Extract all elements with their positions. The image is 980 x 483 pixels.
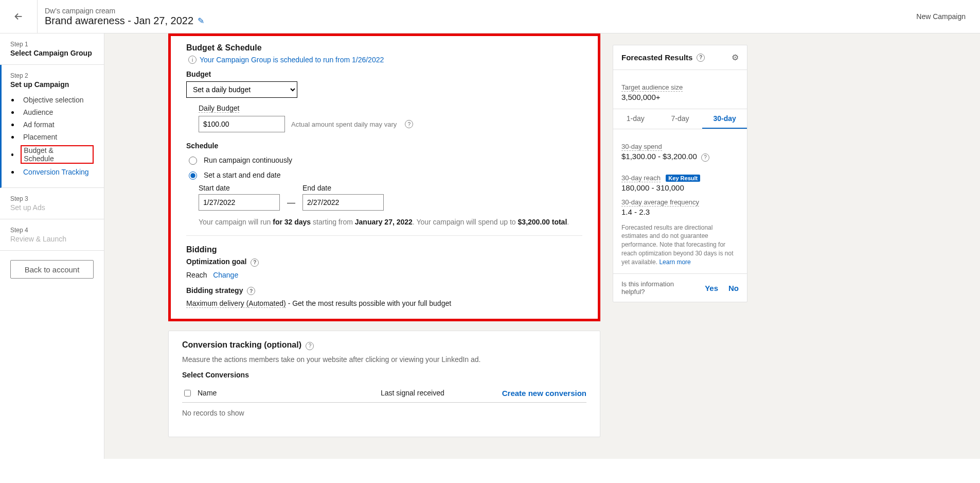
freq-label: 30-day average frequency [621, 198, 699, 206]
schedule-summary: Your campaign will run for 32 days start… [199, 218, 582, 226]
conversion-heading: Conversion tracking (optional) [182, 340, 301, 349]
schedule-label: Schedule [186, 142, 582, 150]
end-date-input[interactable] [302, 194, 384, 211]
radio-continuous[interactable]: Run campaign continuously [186, 155, 582, 165]
topbar-titles: Dw's campaign cream Brand awareness - Ja… [38, 4, 916, 30]
sidebar-item-adformat[interactable]: Ad format [10, 118, 94, 131]
start-date-label: Start date [199, 184, 280, 192]
group-schedule-info: i Your Campaign Group is scheduled to ru… [186, 56, 582, 64]
optimization-goal-label: Optimization goal [186, 257, 246, 266]
help-icon[interactable]: ? [306, 342, 314, 350]
pencil-edit-icon[interactable]: ✎ [198, 16, 204, 26]
key-result-badge: Key Result [666, 175, 700, 182]
arrow-left-icon [13, 11, 24, 22]
date-range-dash: — [287, 198, 295, 211]
budget-schedule-heading: Budget & Schedule [186, 43, 582, 53]
sidebar: Step 1 Select Campaign Group Step 2 Set … [0, 33, 104, 459]
create-conversion-link[interactable]: Create new conversion [494, 389, 586, 398]
bidding-strategy-label: Bidding strategy [186, 286, 243, 295]
reach-label: 30-day reach [621, 174, 661, 182]
col-name-header: Name [198, 389, 217, 397]
back-to-account-button[interactable]: Back to account [10, 260, 94, 279]
daily-budget-input[interactable] [199, 116, 285, 132]
spend-label: 30-day spend [621, 143, 662, 151]
bidding-strategy-value: Maximum delivery (Automated) [186, 299, 286, 308]
tab-1day[interactable]: 1-day [613, 109, 658, 129]
select-conversions-label: Select Conversions [182, 371, 586, 379]
canvas: Budget & Schedule i Your Campaign Group … [104, 33, 980, 459]
no-records: No records to show [182, 403, 586, 423]
step-1[interactable]: Step 1 Select Campaign Group [0, 33, 104, 65]
help-icon[interactable]: ? [251, 258, 259, 267]
sidebar-item-conversion-tracking[interactable]: Conversion Tracking [10, 166, 94, 178]
select-all-checkbox[interactable] [184, 390, 191, 396]
sidebar-item-audience[interactable]: Audience [10, 106, 94, 118]
radio-start-end[interactable]: Set a start and end date [186, 170, 582, 180]
step-2-title: Set up Campaign [10, 80, 94, 89]
step-4-title: Review & Launch [10, 235, 94, 243]
help-icon[interactable]: ? [247, 287, 255, 295]
start-date-input[interactable] [199, 194, 280, 211]
optimization-goal-value: Reach [186, 271, 207, 279]
tab-7day[interactable]: 7-day [658, 109, 703, 129]
sidebar-item-objective[interactable]: Objective selection [10, 94, 94, 106]
gear-icon[interactable]: ⚙ [732, 53, 739, 62]
daily-budget-hint: Actual amount spent daily may vary [291, 120, 397, 128]
help-icon[interactable]: ? [697, 54, 705, 62]
new-campaign-label: New Campaign [916, 12, 980, 21]
forecast-panel: Forecasted Results ? ⚙ Target audience s… [613, 45, 747, 302]
tab-30day[interactable]: 30-day [702, 109, 747, 129]
step-4[interactable]: Step 4 Review & Launch [0, 219, 104, 251]
end-date-label: End date [302, 184, 384, 192]
step-4-num: Step 4 [10, 227, 94, 234]
back-arrow-button[interactable] [0, 0, 38, 33]
step-3[interactable]: Step 3 Set up Ads [0, 188, 104, 219]
step-2-num: Step 2 [10, 72, 94, 79]
step-3-title: Set up Ads [10, 203, 94, 212]
bidding-strategy-desc: - Get the most results possible with you… [288, 299, 451, 307]
help-icon[interactable]: ? [405, 120, 413, 128]
daily-budget-label: Daily Budget [199, 104, 239, 113]
change-goal-link[interactable]: Change [213, 271, 238, 279]
forecast-title: Forecasted Results [621, 53, 692, 62]
campaign-title: Brand awareness - Jan 27, 2022 [45, 15, 193, 27]
help-icon[interactable]: ? [701, 153, 709, 162]
info-icon: i [188, 56, 197, 64]
feedback-question: Is this information helpful? [621, 280, 683, 296]
step-2: Step 2 Set up Campaign Objective selecti… [0, 65, 104, 188]
campaign-group-name: Dw's campaign cream [45, 7, 909, 15]
audience-size-label: Target audience size [621, 83, 683, 92]
step-1-title: Select Campaign Group [10, 49, 94, 57]
freq-value: 1.4 - 2.3 [621, 208, 739, 216]
forecast-note: Forecasted results are directional estim… [621, 223, 739, 267]
step-1-num: Step 1 [10, 41, 94, 48]
topbar: Dw's campaign cream Brand awareness - Ja… [0, 0, 980, 33]
spend-value: $1,300.00 - $3,200.00 [621, 152, 697, 161]
feedback-no[interactable]: No [728, 284, 739, 292]
bidding-heading: Bidding [186, 245, 582, 254]
conversion-desc: Measure the actions members take on your… [182, 355, 586, 364]
audience-size-value: 3,500,000+ [621, 93, 739, 101]
learn-more-link[interactable]: Learn more [659, 258, 690, 266]
budget-schedule-highlight: Budget & Schedule i Your Campaign Group … [168, 33, 600, 321]
sidebar-item-budget-schedule[interactable]: Budget & Schedule [10, 143, 94, 166]
col-last-header: Last signal received [381, 389, 494, 397]
conversion-tracking-card: Conversion tracking (optional) ? Measure… [168, 331, 600, 437]
budget-label: Budget [186, 70, 582, 78]
budget-type-select[interactable]: Set a daily budget [186, 81, 297, 98]
feedback-yes[interactable]: Yes [705, 284, 718, 292]
step-3-num: Step 3 [10, 195, 94, 202]
reach-value: 180,000 - 310,000 [621, 183, 739, 192]
sidebar-item-placement[interactable]: Placement [10, 131, 94, 143]
